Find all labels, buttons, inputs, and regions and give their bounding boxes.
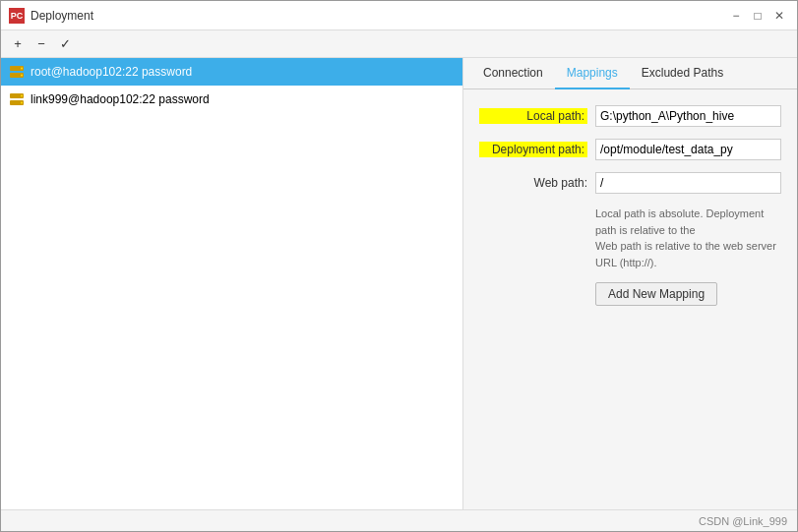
hint-text: Local path is absolute. Deployment path … bbox=[595, 206, 781, 270]
tab-mappings[interactable]: Mappings bbox=[555, 58, 630, 89]
bottom-credit: CSDN @Link_999 bbox=[699, 515, 787, 527]
svg-point-2 bbox=[21, 68, 23, 70]
title-bar-left: PC Deployment bbox=[9, 8, 93, 24]
deployment-window: PC Deployment − □ ✕ + − ✓ root@hado bbox=[0, 0, 798, 532]
window-controls: − □ ✕ bbox=[726, 6, 789, 26]
maximize-button[interactable]: □ bbox=[748, 6, 767, 26]
right-panel: Connection Mappings Excluded Paths Local… bbox=[463, 58, 797, 509]
local-path-label: Local path: bbox=[479, 108, 587, 124]
toolbar: + − ✓ bbox=[1, 30, 797, 58]
server-label: link999@hadoop102:22 password bbox=[31, 92, 210, 106]
app-icon: PC bbox=[9, 8, 25, 24]
web-path-row: Web path: bbox=[479, 172, 781, 194]
bottom-bar: CSDN @Link_999 bbox=[1, 509, 797, 531]
mappings-tab-content: Local path: Deployment path: Web path: L… bbox=[463, 89, 797, 509]
minimize-button[interactable]: − bbox=[726, 6, 746, 26]
svg-point-6 bbox=[21, 95, 23, 97]
deployment-path-input[interactable] bbox=[595, 139, 781, 160]
server-icon bbox=[9, 64, 25, 80]
server-item[interactable]: root@hadoop102:22 password bbox=[1, 58, 462, 86]
content-area: root@hadoop102:22 password link999@hadoo… bbox=[1, 58, 797, 509]
title-bar: PC Deployment − □ ✕ bbox=[1, 1, 797, 30]
tab-excluded-paths[interactable]: Excluded Paths bbox=[630, 58, 735, 89]
window-title: Deployment bbox=[31, 9, 93, 23]
web-path-label: Web path: bbox=[479, 176, 587, 190]
confirm-button[interactable]: ✓ bbox=[54, 33, 76, 55]
add-new-mapping-button[interactable]: Add New Mapping bbox=[595, 282, 717, 306]
close-button[interactable]: ✕ bbox=[769, 6, 789, 26]
add-server-button[interactable]: + bbox=[7, 33, 29, 55]
local-path-row: Local path: bbox=[479, 105, 781, 127]
tab-bar: Connection Mappings Excluded Paths bbox=[463, 58, 797, 89]
deployment-path-label: Deployment path: bbox=[479, 142, 587, 157]
svg-point-3 bbox=[21, 75, 23, 77]
svg-point-7 bbox=[21, 102, 23, 104]
deployment-path-row: Deployment path: bbox=[479, 139, 781, 160]
server-icon bbox=[9, 91, 25, 107]
server-list: root@hadoop102:22 password link999@hadoo… bbox=[1, 58, 463, 509]
tab-connection[interactable]: Connection bbox=[471, 58, 555, 89]
server-label: root@hadoop102:22 password bbox=[31, 65, 192, 79]
web-path-input[interactable] bbox=[595, 172, 781, 194]
local-path-input[interactable] bbox=[595, 105, 781, 127]
remove-server-button[interactable]: − bbox=[31, 33, 52, 55]
server-item[interactable]: link999@hadoop102:22 password bbox=[1, 86, 462, 113]
